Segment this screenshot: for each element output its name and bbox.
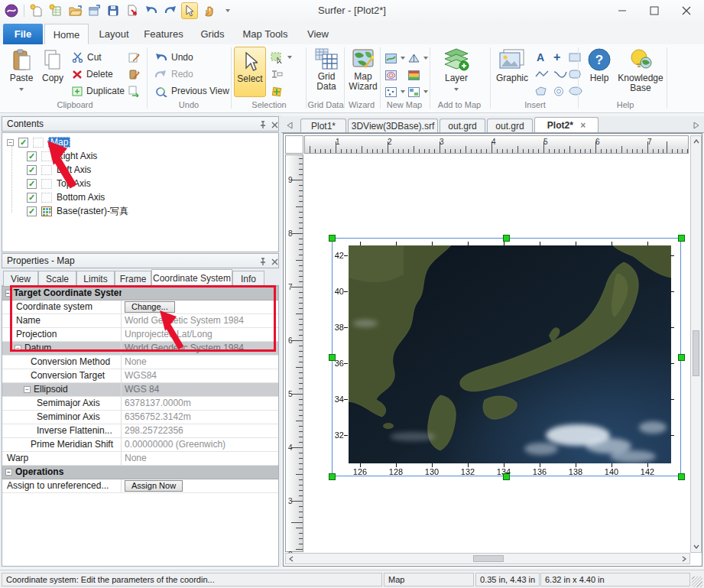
digitize-button[interactable] [271,67,283,82]
tab-scroll-right-icon[interactable] [691,119,702,131]
tab-frame[interactable]: Frame [115,271,151,286]
close-pane-icon[interactable] [269,119,280,130]
insert-rounded-rect-button[interactable] [569,67,581,82]
copy-format-button[interactable] [128,83,141,99]
doc-tab-plot2-active[interactable]: Plot2* × [534,117,599,132]
tab-info[interactable]: Info [232,271,264,286]
marquee-select-button[interactable] [271,50,292,65]
tree-item-base-raster[interactable]: ✓ Base(raster)-写真 [27,204,128,218]
selection-frame[interactable] [332,238,681,476]
doc-tab-outgrd-2[interactable]: out.grd [487,119,533,132]
resize-grip[interactable] [692,577,702,587]
insert-ellipse-button[interactable] [569,83,582,99]
checkbox-checked[interactable]: ✓ [18,138,28,148]
insert-polygon-button[interactable] [535,83,547,99]
paste-format-button[interactable] [128,67,141,82]
new-base-map-button[interactable] [385,50,405,66]
collapse-icon[interactable]: − [5,469,12,476]
tab-features[interactable]: Features [139,24,188,44]
vertical-scroll-thumb[interactable] [693,330,699,376]
undo-button[interactable]: Undo [154,50,193,65]
reshape-button[interactable] [271,83,283,99]
vertical-scrollbar[interactable] [690,135,702,553]
doc-tab-plot1[interactable]: Plot1* [300,119,346,132]
checkbox-checked[interactable]: ✓ [27,151,37,161]
tab-limits[interactable]: Limits [76,271,115,286]
help-button[interactable]: ? Help [584,47,615,83]
tree-item-label[interactable]: Bottom Axis [57,192,105,203]
grid-data-button[interactable]: Grid Data [309,47,344,92]
selection-handle[interactable] [503,473,510,480]
selection-handle[interactable] [329,473,336,480]
tab-view[interactable]: View [297,24,339,44]
insert-rectangle-button[interactable] [569,50,581,65]
tab-file[interactable]: File [3,24,43,44]
copy-button[interactable]: Copy [38,47,67,83]
row-ellipsoid[interactable]: −Ellipsoid WGS 84 [2,383,278,397]
pin-icon[interactable] [258,256,268,267]
tab-grids[interactable]: Grids [191,24,234,44]
knowledge-base-button[interactable]: Knowledge Base [616,47,665,93]
delete-button[interactable]: Delete [72,67,113,82]
new-contour-map-button[interactable] [385,67,397,83]
assign-now-button[interactable]: Assign Now [125,480,183,492]
new-color-relief-button[interactable] [408,67,420,83]
minimize-button[interactable] [607,0,637,21]
selection-handle[interactable] [503,235,510,242]
collapse-icon[interactable]: − [7,139,14,146]
previous-view-button[interactable]: Previous View [154,83,229,99]
selection-handle[interactable] [329,354,336,361]
scroll-left-icon[interactable] [286,554,297,564]
scroll-down-icon[interactable] [691,541,702,552]
new-3d-map-button[interactable] [408,50,428,66]
pin-icon[interactable] [258,119,268,130]
layer-button[interactable]: Layer [437,47,475,93]
tree-item-label[interactable]: Base(raster)-写真 [57,205,128,218]
checkbox-checked[interactable]: ✓ [27,165,37,175]
checkbox-checked[interactable]: ✓ [27,193,37,203]
checkbox-checked[interactable]: ✓ [27,179,37,189]
tab-layout[interactable]: Layout [90,24,138,44]
close-pane-icon[interactable] [269,256,280,267]
paste-button[interactable]: Paste [6,47,37,93]
selection-handle[interactable] [329,235,336,242]
tab-map-tools[interactable]: Map Tools [237,24,294,44]
vertical-ruler[interactable]: 98765432 [285,154,303,552]
horizontal-ruler[interactable]: 1234567 [304,135,689,154]
duplicate-button[interactable]: Duplicate [72,83,125,99]
insert-circle-button[interactable] [553,83,564,99]
tab-scroll-left-icon[interactable] [284,119,295,131]
cut-button[interactable]: Cut [72,50,102,65]
tab-scale[interactable]: Scale [38,271,76,286]
collapse-icon[interactable]: − [24,386,31,393]
doc-tab-label[interactable]: Plot2* [547,120,573,131]
horizontal-scrollbar[interactable] [285,553,690,564]
selection-handle[interactable] [678,235,685,242]
insert-symbol-button[interactable]: + [553,50,560,65]
map-wizard-button[interactable]: Map Wizard [346,47,381,92]
scroll-up-icon[interactable] [691,136,702,147]
section-operations[interactable]: −Operations [2,466,278,479]
close-button[interactable] [671,0,702,21]
plot-canvas[interactable]: 126128130132134136138140142424038363432 [304,154,689,552]
graphic-button[interactable]: Graphic [494,47,530,83]
insert-spline-button[interactable] [553,67,567,82]
checkbox-checked[interactable]: ✓ [27,206,37,216]
close-tab-icon[interactable]: × [580,120,586,131]
selection-handle[interactable] [678,473,685,480]
insert-text-button[interactable]: A [537,50,544,65]
tab-home[interactable]: Home [44,24,89,44]
format-paint-button[interactable] [128,50,141,65]
redo-button[interactable]: Redo [154,67,193,82]
select-button[interactable]: Select [234,47,266,97]
new-post-map-button[interactable] [385,84,405,99]
tab-coordinate-system[interactable]: Coordinate System [151,269,232,286]
maximize-button[interactable] [639,0,670,21]
doc-tab-3dview[interactable]: 3DView(3DBase).srf [348,119,438,132]
horizontal-scroll-thumb[interactable] [473,555,504,562]
selection-handle[interactable] [678,354,685,361]
new-grid-values-button[interactable] [408,84,428,99]
doc-tab-outgrd-1[interactable]: out.grd [440,119,485,132]
tab-view[interactable]: View [3,271,38,286]
insert-polyline-button[interactable] [535,67,549,82]
